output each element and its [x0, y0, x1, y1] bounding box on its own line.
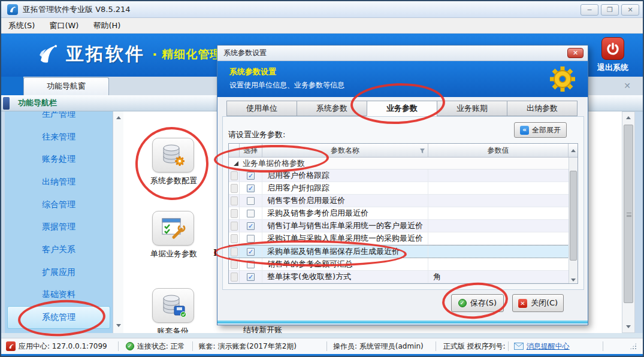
dialog-header: 系统参数设置 设置使用单位信息、业务参数等信息 [217, 61, 588, 97]
save-button[interactable]: ✓ 保存(S) [451, 294, 504, 312]
param-row[interactable]: 采购订单与采购入库单采用统一的采购最近价 [229, 232, 578, 245]
param-checkbox[interactable] [247, 235, 255, 243]
param-value[interactable] [428, 246, 569, 258]
scroll-up-icon[interactable] [116, 116, 121, 119]
sidebar-item-label: 客户关系 [42, 244, 75, 255]
param-name: 销售订单与销售出库单采用统一的客户最近价 [262, 220, 428, 232]
header-param-name[interactable]: 参数名称 [262, 144, 428, 157]
param-row[interactable]: 启用客户折扣跟踪 [229, 182, 578, 195]
sidebar-item[interactable]: 系统管理 [7, 306, 110, 329]
param-value[interactable]: 角 [428, 271, 569, 283]
shortcut-system-params[interactable]: 系统参数配置 [150, 138, 195, 186]
group-row[interactable]: 业务单据价格参数 [229, 158, 578, 170]
menu-item[interactable]: 帮助(H) [86, 18, 128, 34]
sidebar-item[interactable]: 客户关系 [7, 238, 110, 261]
param-value[interactable] [428, 182, 569, 194]
scroll-up-icon[interactable] [626, 116, 631, 119]
shortcut-backup[interactable]: 账套备份 [150, 288, 195, 337]
dialog-tab[interactable]: 业务参数 [367, 101, 437, 116]
sidebar-item[interactable]: 账务处理 [7, 148, 110, 171]
expand-all-button[interactable]: « 全部展开 [514, 122, 567, 138]
exit-system-button[interactable]: 退出系统 [596, 37, 630, 73]
scroll-down-icon[interactable] [626, 325, 631, 328]
param-row[interactable]: 采购单据及销售单据保存后生成最近价 [229, 245, 578, 258]
param-value[interactable] [428, 232, 569, 244]
param-checkbox[interactable] [247, 172, 255, 180]
scrollbar-thumb[interactable] [624, 125, 633, 303]
param-checkbox[interactable] [247, 273, 255, 281]
expand-all-label: 全部展开 [532, 125, 561, 135]
sidebar-item[interactable]: 扩展应用 [7, 261, 110, 284]
workspace-scrollbar[interactable] [622, 111, 635, 333]
dialog-close-button[interactable]: ✕ [567, 48, 583, 58]
sidebar-item-label: 基础资料 [42, 289, 75, 300]
sidebar-item[interactable]: 出纳管理 [7, 171, 110, 193]
dialog-tab[interactable]: 出纳参数 [507, 101, 578, 116]
window-title: 亚拓管理软件专业版 V8.5.214 [23, 4, 131, 15]
params-prompt: 请设置业务参数: [228, 129, 285, 140]
param-row[interactable]: 销售零售价启用最近价 [229, 195, 578, 207]
row-gutter [229, 182, 240, 194]
param-checkbox[interactable] [247, 184, 255, 192]
param-checkbox[interactable] [247, 261, 255, 268]
param-checkbox[interactable] [247, 248, 255, 256]
param-row[interactable]: 销售单的参考金额可汇总 [229, 258, 578, 271]
menu-bar: 系统(S) 窗口(W) 帮助(H) [1, 18, 643, 34]
dialog-close-action-button[interactable]: ✕ 关闭(C) [512, 294, 564, 312]
app-logo-icon [7, 4, 18, 15]
table-scrollbar[interactable] [569, 158, 578, 283]
row-gutter [229, 195, 240, 207]
param-value[interactable] [428, 207, 569, 219]
close-button[interactable]: ✕ [621, 4, 639, 16]
dialog-tab[interactable]: 系统参数 [297, 101, 367, 116]
maximize-button[interactable]: ❐ [601, 4, 619, 16]
scroll-down-icon[interactable] [116, 324, 121, 327]
tabstrip-close-icon[interactable]: ✕ [624, 81, 631, 90]
status-app-icon [6, 341, 16, 351]
status-app-center: 应用中心: 127.0.0.1:7099 [19, 341, 107, 352]
param-value[interactable] [428, 220, 569, 232]
table-body: 启用客户价格跟踪 启用客户折扣跟踪 销售零售价启用最近价 [229, 170, 578, 283]
dialog-title: 系统参数设置 [223, 48, 267, 58]
envelope-icon [514, 343, 524, 350]
sidebar-scrollbar[interactable] [113, 111, 123, 333]
param-row[interactable]: 整单抹零(免收取整)方式 角 [229, 271, 578, 283]
scrollbar-thumb[interactable] [570, 171, 577, 261]
param-checkbox[interactable] [247, 222, 255, 230]
filter-icon[interactable] [419, 148, 425, 154]
sidebar-item[interactable]: 往来管理 [7, 126, 110, 149]
sidebar-item[interactable]: 生产管理 [7, 111, 110, 126]
header-select[interactable]: 选择 [240, 144, 262, 157]
status-operator: 操作员: 系统管理员(admin) [333, 341, 424, 352]
param-value[interactable] [428, 195, 569, 207]
param-value[interactable] [428, 258, 569, 270]
menu-item[interactable]: 窗口(W) [42, 18, 86, 34]
header-param-value[interactable]: 参数值 [428, 144, 569, 157]
shortcut-doc-params[interactable]: 单据业务参数 [150, 211, 195, 259]
sidebar-item[interactable]: 综合管理 [7, 193, 110, 216]
bottom-accent-strip [1, 354, 643, 356]
param-row[interactable]: 销售订单与销售出库单采用统一的客户最近价 [229, 220, 578, 232]
dialog-titlebar: 系统参数设置 [217, 46, 588, 61]
menu-item[interactable]: 系统(S) [1, 18, 42, 34]
minimize-button[interactable]: ─ [580, 4, 598, 16]
sidebar-item[interactable]: 票据管理 [7, 216, 110, 238]
param-value[interactable] [428, 170, 569, 181]
scroll-down-icon[interactable] [571, 279, 576, 282]
sidebar-item[interactable]: 基础资料 [7, 284, 110, 307]
window-titlebar: 亚拓管理软件专业版 V8.5.214 ─ ❐ ✕ [1, 1, 643, 18]
table-scroll-up[interactable] [569, 144, 578, 157]
message-center-link[interactable]: 消息提醒中心 [527, 341, 570, 352]
group-expand-icon[interactable] [234, 161, 238, 166]
param-row[interactable]: 启用客户价格跟踪 [229, 170, 578, 182]
dialog-tab[interactable]: 业务账期 [437, 101, 507, 116]
param-checkbox[interactable] [247, 210, 255, 217]
dialog-tab[interactable]: 使用单位 [226, 101, 297, 116]
param-checkbox[interactable] [247, 197, 255, 205]
resize-grip[interactable] [630, 343, 637, 350]
header-gutter [229, 144, 240, 157]
sidebar-item-label: 系统管理 [42, 312, 75, 323]
tab-nav-window[interactable]: 功能导航窗 [23, 77, 109, 95]
param-row[interactable]: 采购及销售参考价启用最近价 [229, 207, 578, 220]
gear-icon [547, 63, 578, 96]
